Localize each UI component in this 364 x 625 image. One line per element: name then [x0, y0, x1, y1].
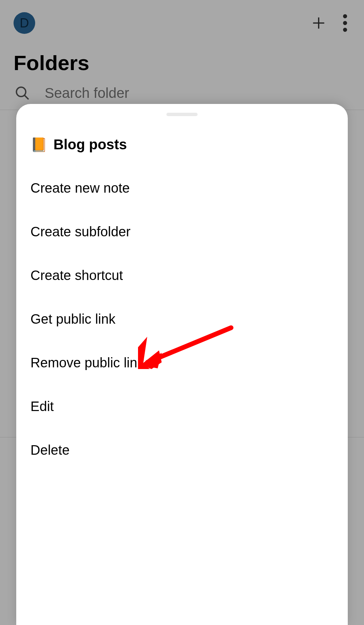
menu-item-delete[interactable]: Delete: [30, 428, 334, 472]
menu-item-label: Get public link: [30, 311, 115, 326]
menu-item-label: Edit: [30, 399, 54, 414]
menu-item-edit[interactable]: Edit: [30, 385, 334, 428]
menu-item-label: Remove public link: [30, 355, 144, 370]
sheet-drag-handle[interactable]: [166, 113, 198, 116]
sheet-menu: Create new note Create subfolder Create …: [16, 166, 348, 472]
sheet-title: Blog posts: [53, 136, 127, 153]
menu-item-create-shortcut[interactable]: Create shortcut: [30, 254, 334, 297]
menu-item-create-subfolder[interactable]: Create subfolder: [30, 210, 334, 254]
menu-item-label: Create subfolder: [30, 224, 131, 239]
menu-item-remove-public-link[interactable]: Remove public link: [30, 341, 334, 385]
menu-item-label: Create new note: [30, 180, 130, 195]
menu-item-label: Delete: [30, 443, 70, 457]
menu-item-get-public-link[interactable]: Get public link: [30, 297, 334, 341]
book-icon: 📙: [30, 138, 47, 151]
menu-item-create-new-note[interactable]: Create new note: [30, 166, 334, 210]
menu-item-label: Create shortcut: [30, 268, 123, 283]
bottom-sheet: 📙 Blog posts Create new note Create subf…: [16, 104, 348, 625]
sheet-header: 📙 Blog posts: [16, 116, 348, 166]
